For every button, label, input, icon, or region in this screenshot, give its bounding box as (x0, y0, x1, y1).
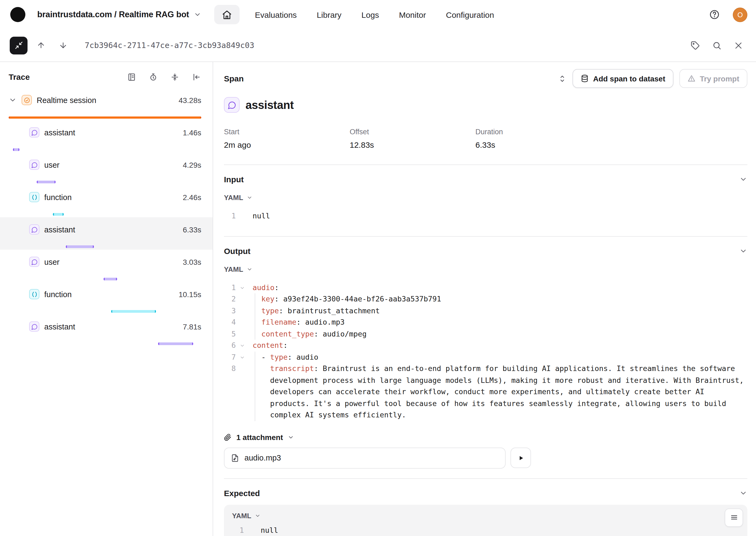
expected-format-select[interactable]: YAML (232, 512, 260, 519)
output-section: Output YAML 1audio:2key: a93ef24b-3300-4… (224, 236, 747, 468)
trace-row-assistant[interactable]: assistant1.46s (0, 120, 213, 152)
line-number: 4 (224, 317, 236, 328)
nav-item-evaluations[interactable]: Evaluations (255, 10, 297, 19)
expand-caret-icon[interactable] (9, 96, 17, 104)
code-text: audio: (253, 282, 747, 293)
try-prompt-label: Try prompt (700, 74, 739, 83)
trace-row-duration: 6.33s (183, 225, 201, 234)
trace-row-user[interactable]: user3.03s (0, 250, 213, 282)
collapse-output-icon[interactable] (739, 247, 747, 255)
code-line: 1null (232, 524, 739, 536)
meta-duration: Duration6.33s (475, 128, 601, 150)
stopwatch-icon[interactable] (149, 73, 158, 81)
trace-row-label: assistant (44, 128, 75, 137)
chat-bubble-icon (29, 127, 39, 138)
token-plain: : audio (288, 352, 318, 361)
add-span-to-dataset-button[interactable]: Add span to dataset (572, 69, 673, 88)
attachment-chip[interactable]: audio.mp3 (224, 447, 506, 468)
tag-button[interactable] (686, 36, 704, 54)
line-number: 8 (224, 363, 236, 421)
input-code: 1null (224, 210, 747, 226)
trace-row-assistant[interactable]: assistant6.33s (0, 217, 213, 250)
trace-row-content: function2.46s (0, 185, 213, 202)
function-icon (29, 192, 39, 202)
next-span-button[interactable] (54, 36, 72, 54)
span-name: assistant (245, 98, 294, 111)
span-panel-actions: Add span to dataset Try prompt (558, 69, 747, 88)
trace-row-duration: 10.15s (179, 290, 201, 298)
fold-vertical-icon[interactable] (170, 73, 179, 81)
nav-item-monitor[interactable]: Monitor (399, 10, 426, 19)
trace-row-realtime-session[interactable]: Realtime session43.28s (0, 88, 213, 120)
token-plain: : audio/mpeg (314, 329, 367, 338)
token-key: type (262, 306, 279, 315)
avatar[interactable]: O (733, 7, 747, 22)
expected-format-label: YAML (232, 512, 251, 519)
code-text: null (261, 524, 739, 536)
span-meta: Start2m agoOffset12.83sDuration6.33s (224, 128, 747, 150)
collapse-panel-icon[interactable] (192, 73, 201, 81)
arrow-down-icon (58, 41, 67, 50)
search-button[interactable] (708, 36, 726, 54)
help-icon[interactable] (709, 9, 720, 20)
trace-row-label: assistant (44, 225, 75, 234)
nav-item-library[interactable]: Library (317, 10, 342, 19)
token-plain: : a93ef24b-3300-44ae-bf26-aab3a537b791 (274, 294, 441, 303)
fold-toggle-icon[interactable] (239, 354, 245, 360)
expected-menu-button[interactable] (725, 508, 743, 526)
trace-row-function[interactable]: function10.15s (0, 282, 213, 315)
trace-timeline-bar (158, 342, 193, 345)
gutter-spacer (236, 293, 253, 305)
content: Trace Realtime session43.28sassistant1.4… (0, 62, 756, 536)
input-format-select[interactable]: YAML (224, 194, 252, 202)
output-format-select[interactable]: YAML (224, 265, 252, 273)
trace-row-duration: 43.28s (179, 96, 201, 104)
close-button[interactable] (730, 36, 747, 54)
code-line: 3type: braintrust_attachment (224, 305, 747, 317)
notes-icon[interactable] (127, 73, 136, 81)
nav-item-logs[interactable]: Logs (362, 10, 379, 19)
fold-toggle-icon[interactable] (239, 285, 245, 290)
collapse-expected-icon[interactable] (739, 489, 747, 497)
chat-bubble-icon (31, 258, 38, 265)
code-line: 5content_type: audio/mpeg (224, 328, 747, 340)
line-number: 6 (224, 340, 236, 351)
unfold-icon[interactable] (558, 74, 567, 83)
trace-timeline-bar (13, 148, 19, 151)
trace-panel-title: Trace (9, 72, 30, 82)
home-button[interactable] (214, 5, 240, 24)
meta-value: 12.83s (350, 140, 475, 150)
fold-toggle-icon[interactable] (239, 343, 245, 348)
meta-start: Start2m ago (224, 128, 350, 150)
try-prompt-button[interactable]: Try prompt (679, 69, 747, 88)
play-attachment-button[interactable] (511, 448, 531, 468)
line-number: 1 (232, 524, 244, 536)
attachment-filename: audio.mp3 (244, 453, 281, 462)
gutter-spacer (236, 305, 253, 317)
meta-label: Duration (475, 128, 601, 136)
session-icon (21, 95, 32, 105)
gutter-spacer (236, 363, 253, 421)
collapse-input-icon[interactable] (739, 175, 747, 183)
span-panel-title: Span (224, 74, 244, 83)
trace-row-duration: 1.46s (183, 128, 201, 137)
previous-span-button[interactable] (32, 36, 50, 54)
token-plain: null (261, 525, 278, 534)
attachments-toggle[interactable]: 1 attachment (224, 433, 747, 441)
chevron-down-icon (246, 195, 252, 201)
line-number: 7 (224, 351, 236, 363)
app: braintrustdata.com / Realtime RAG bot Ev… (0, 0, 756, 536)
trace-row-user[interactable]: user4.29s (0, 152, 213, 185)
chat-bubble-icon (29, 224, 39, 235)
token-plain: : (274, 283, 279, 291)
nav-right: O (709, 7, 747, 22)
trace-timeline-bar (111, 310, 156, 313)
trace-row-assistant[interactable]: assistant7.81s (0, 315, 213, 347)
nav-item-configuration[interactable]: Configuration (446, 10, 494, 19)
braintrust-logo-icon[interactable] (10, 7, 25, 22)
attachment-row: audio.mp3 (224, 447, 747, 468)
collapse-trace-button[interactable] (10, 36, 27, 54)
search-icon (712, 41, 721, 50)
project-switcher[interactable]: braintrustdata.com / Realtime RAG bot (37, 10, 201, 19)
trace-row-function[interactable]: function2.46s (0, 185, 213, 217)
